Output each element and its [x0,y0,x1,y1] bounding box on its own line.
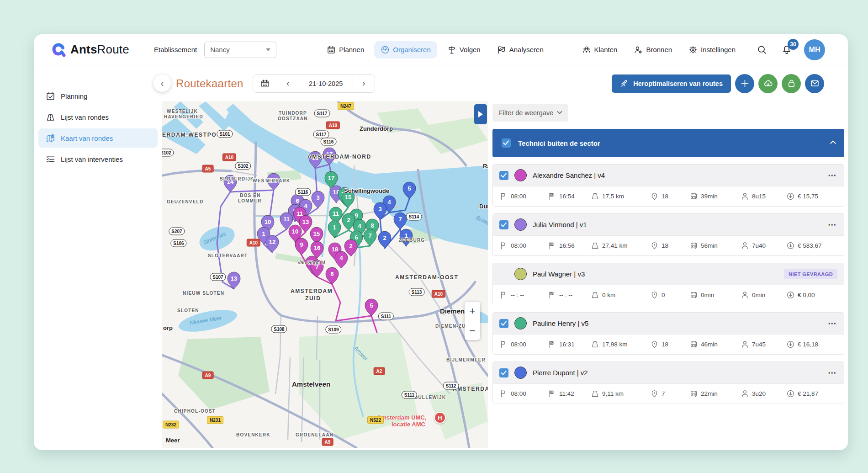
collapse-sidebar-button[interactable]: ‹ [153,74,171,92]
svg-text:2: 2 [383,234,386,241]
row-menu-button[interactable]: ⋯ [828,219,837,230]
date-picker: ‹ 21-10-2025 › [253,74,375,93]
technician-row: Pauline Henry | v5 ⋯ 08:00 16:31 17,98 k… [492,312,844,355]
finish-flag-icon [548,241,556,250]
app-logo[interactable]: AntsRoute [51,42,129,58]
nav-item-klanten[interactable]: Klanten [576,41,624,58]
pin-icon [650,192,659,201]
technician-checkbox[interactable] [499,220,508,229]
finish-flag-icon [548,291,556,299]
vehicle-icon [689,192,698,201]
svg-text:2: 2 [347,217,350,223]
zoom-out-button[interactable]: − [465,321,480,340]
technician-checkbox[interactable] [499,368,508,377]
mail-button[interactable] [805,74,824,93]
calendar-icon [260,79,270,88]
start-flag-icon [499,241,508,250]
svg-text:18: 18 [332,246,338,253]
signpost-icon [447,45,456,54]
sidebar-item-lijst-van-rondes[interactable]: Lijst van rondes [38,107,158,127]
row-menu-button[interactable]: ⋯ [828,170,837,181]
svg-text:9: 9 [355,212,358,219]
route-color-dot [514,218,527,231]
cloud-download-button[interactable] [758,74,778,93]
app-logo-text: AntsRoute [70,43,129,57]
technician-checkbox[interactable] [499,319,508,328]
cost-icon [786,192,795,201]
nav-item-bronnen[interactable]: Bronnen [627,41,678,58]
nav-item-organiseren[interactable]: Organiseren [374,41,437,58]
route-color-dot [514,169,527,181]
previous-day-button[interactable]: ‹ [277,75,299,92]
people-icon [582,45,591,54]
sidebar-item-lijst-van-interventies[interactable]: Lijst van interventies [38,149,158,169]
page-title: Routekaarten [176,77,243,90]
technician-name: Julia Virmond | v1 [533,221,587,229]
start-flag-icon [499,192,508,201]
svg-text:7: 7 [368,232,371,239]
map-zoom-control: + − [465,302,480,340]
gauge-icon [381,45,390,54]
nav-item-analyseren[interactable]: Analyseren [491,41,550,58]
pin-icon [650,291,659,299]
zoom-in-button[interactable]: + [465,302,480,321]
svg-text:10: 10 [292,228,298,235]
technician-checkbox[interactable] [499,171,508,180]
sidebar-item-planning[interactable]: Planning [38,86,158,106]
expand-panel-button[interactable] [474,104,487,124]
road-icon [591,192,599,201]
user-avatar[interactable]: MH [804,39,825,60]
reoptimize-routes-button[interactable]: Heroptimaliseren van routes [612,74,731,93]
svg-text:17: 17 [326,151,333,158]
cost-icon [786,340,795,349]
svg-text:5: 5 [408,185,411,192]
collapse-group-icon[interactable] [830,140,836,146]
svg-text:11: 11 [333,210,339,217]
nav-item-plannen[interactable]: Plannen [320,41,370,58]
finish-flag-icon [548,389,556,398]
person-icon [741,241,749,250]
svg-text:12: 12 [269,239,275,245]
vehicle-icon [689,241,698,250]
technician-name: Pierre Dupont | v2 [533,369,588,377]
filter-view-button[interactable]: Filter de weergave [492,104,568,122]
flag-chart-icon [497,45,506,54]
road-icon [46,112,55,122]
svg-text:11: 11 [296,210,303,217]
technician-name: Alexandre Sanchez | v4 [533,171,605,179]
header-actions: Heroptimaliseren van routes [612,74,824,93]
technician-row: Pierre Dupont | v2 ⋯ 08:00 11:42 9,11 km… [492,361,844,404]
person-icon [741,340,749,349]
nav-right: Klanten Bronnen Instellingen 30 MH [576,39,825,60]
row-menu-button[interactable]: ⋯ [828,318,837,329]
next-day-button[interactable]: › [353,75,375,92]
start-flag-icon [499,291,508,299]
current-date[interactable]: 21-10-2025 [299,75,353,92]
row-menu-button[interactable]: ⋯ [828,367,837,378]
svg-text:4: 4 [387,199,391,206]
vehicle-icon [689,389,698,398]
nav-item-volgen[interactable]: Volgen [441,41,487,58]
svg-text:15: 15 [270,176,277,183]
add-button[interactable] [735,74,754,93]
rocket-icon [620,79,629,88]
establishment-value: Nancy [210,46,230,53]
search-button[interactable] [754,42,770,58]
person-icon [741,192,749,201]
antsroute-logo-icon [51,42,67,58]
lock-icon [787,79,796,88]
lock-button[interactable] [782,74,801,93]
establishment-select[interactable]: Nancy [204,42,276,58]
road-icon [591,389,599,398]
svg-text:15: 15 [313,230,320,237]
sidebar-item-kaart-van-rondes[interactable]: Kaart van rondes [38,128,158,148]
group-checkbox[interactable] [502,138,511,148]
calendar-button[interactable] [253,75,277,92]
routes-map[interactable]: 1617141518364811101121317181511921486711… [162,101,488,448]
nav-item-instellingen[interactable]: Instellingen [682,41,742,58]
notifications-button[interactable]: 30 [778,42,795,58]
svg-text:13: 13 [231,275,237,282]
calendar-icon [327,45,336,54]
start-flag-icon [499,340,508,349]
route-color-dot [514,268,527,280]
